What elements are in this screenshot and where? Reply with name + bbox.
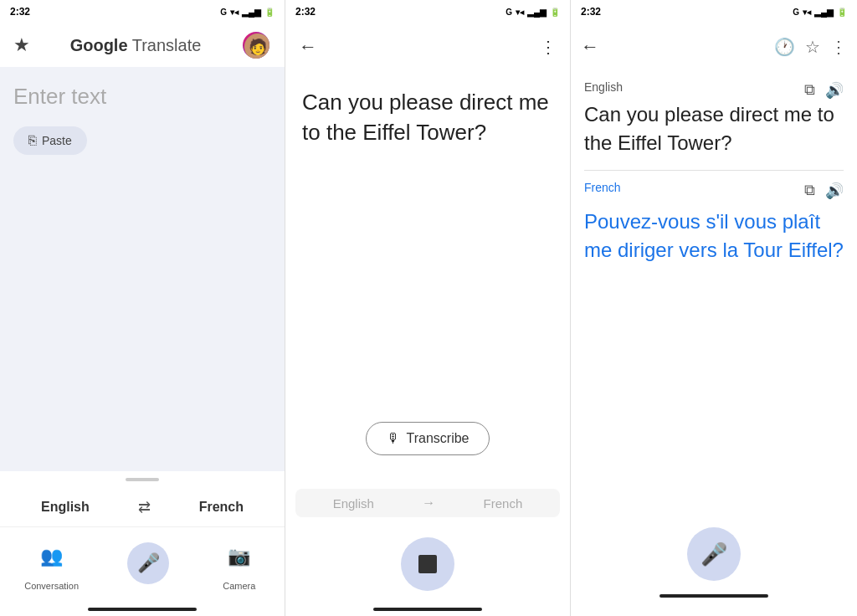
- drag-handle: [126, 478, 159, 481]
- source-action-buttons: ⧉ 🔊: [804, 81, 844, 100]
- back-button-2[interactable]: ←: [299, 36, 317, 58]
- more-options-button-2[interactable]: ⋮: [540, 37, 557, 57]
- wifi-icon-3: ▾◂: [803, 8, 811, 17]
- panel-transcribe: 2:32 G ▾◂ ▂▄▆ 🔋 ← ⋮ Can you please direc…: [285, 0, 571, 616]
- panel2-topbar: ← ⋮: [285, 23, 570, 70]
- signal-icon-2: ▂▄▆: [527, 8, 547, 17]
- status-icons-3: G ▾◂ ▂▄▆ 🔋: [793, 8, 847, 17]
- app-header: ★ Google Translate 🧑: [0, 23, 285, 67]
- paste-icon: ⎘: [28, 133, 37, 148]
- history-icon[interactable]: 🕐: [774, 37, 795, 57]
- translated-text: Pouvez-vous s'il vous plaît me diriger v…: [571, 201, 857, 277]
- target-lang-label: French: [584, 181, 621, 194]
- status-time-3: 2:32: [581, 6, 601, 18]
- wifi-icon-2: ▾◂: [516, 8, 524, 17]
- panel2-source-lang[interactable]: English: [333, 496, 374, 511]
- stop-icon: [418, 555, 437, 573]
- transcript-text: Can you please direct me to the Eiffel T…: [302, 87, 553, 148]
- status-icons-1: G ▾◂ ▂▄▆ 🔋: [220, 8, 275, 17]
- status-bar-2: 2:32 G ▾◂ ▂▄▆ 🔋: [285, 0, 570, 23]
- stop-recording-button[interactable]: [401, 537, 454, 591]
- transcribe-mic-icon: 🎙: [387, 431, 400, 446]
- speak-source-icon[interactable]: 🔊: [825, 81, 844, 100]
- target-language-button[interactable]: French: [192, 496, 250, 518]
- avatar-image: 🧑: [244, 33, 271, 60]
- camera-icon: 📷: [218, 536, 260, 578]
- status-bar-3: 2:32 G ▾◂ ▂▄▆ 🔋: [571, 0, 857, 23]
- panel3-action-icons: 🕐 ☆ ⋮: [774, 37, 847, 57]
- transcribe-button[interactable]: 🎙 Transcribe: [366, 422, 490, 455]
- google-icon-2: G: [505, 8, 512, 17]
- favorites-icon[interactable]: ★: [13, 34, 30, 56]
- panel2-target-lang[interactable]: French: [484, 496, 523, 511]
- status-time-1: 2:32: [10, 6, 30, 18]
- transcription-content: Can you please direct me to the Eiffel T…: [285, 70, 570, 489]
- copy-source-icon[interactable]: ⧉: [804, 81, 815, 100]
- source-lang-controls: English ⧉ 🔊: [584, 80, 844, 100]
- conversation-icon: 👥: [31, 536, 73, 578]
- text-input-area[interactable]: Enter text ⎘ Paste: [0, 67, 285, 471]
- status-icons-2: G ▾◂ ▂▄▆ 🔋: [505, 8, 560, 17]
- google-icon: G: [220, 8, 227, 17]
- source-translated-text: Can you please direct me to the Eiffel T…: [584, 100, 844, 157]
- microphone-button-3[interactable]: 🎤: [687, 527, 741, 581]
- panel-translation: 2:32 G ▾◂ ▂▄▆ 🔋 ← 🕐 ☆ ⋮ English ⧉ 🔊 Can …: [571, 0, 857, 616]
- avatar[interactable]: 🧑: [241, 30, 271, 60]
- transcribe-button-wrap: 🎙 Transcribe: [366, 422, 490, 455]
- panel1-bottom: English ⇄ French 👥 Conversation 🎤 📷 Came…: [0, 471, 285, 616]
- section-divider: [584, 170, 844, 171]
- status-time-2: 2:32: [295, 6, 316, 18]
- nav-item-conversation[interactable]: 👥 Conversation: [24, 536, 79, 591]
- swap-languages-icon[interactable]: ⇄: [138, 498, 151, 516]
- source-section: English ⧉ 🔊 Can you please direct me to …: [571, 70, 857, 160]
- signal-icon-3: ▂▄▆: [814, 8, 834, 17]
- nav-item-microphone[interactable]: 🎤: [127, 542, 169, 584]
- app-title: Google Translate: [70, 36, 202, 55]
- paste-label: Paste: [42, 134, 72, 147]
- transcribe-label: Transcribe: [407, 431, 470, 446]
- conversation-label: Conversation: [24, 581, 79, 591]
- panel2-language-bar: English → French: [295, 489, 560, 517]
- battery-icon-3: 🔋: [837, 8, 847, 17]
- home-indicator-1: [88, 608, 197, 611]
- nav-item-camera[interactable]: 📷 Camera: [218, 536, 260, 591]
- copy-target-icon[interactable]: ⧉: [804, 182, 815, 200]
- battery-icon-2: 🔋: [550, 8, 560, 17]
- enter-text-placeholder[interactable]: Enter text: [13, 84, 271, 110]
- paste-button[interactable]: ⎘ Paste: [13, 126, 87, 155]
- speak-target-icon[interactable]: 🔊: [825, 182, 844, 200]
- back-button-3[interactable]: ←: [581, 36, 599, 58]
- target-section: French ⧉ 🔊: [571, 181, 857, 201]
- panel3-bottom: 🎤: [571, 277, 857, 616]
- google-icon-3: G: [793, 8, 799, 17]
- bottom-navigation: 👥 Conversation 🎤 📷 Camera: [0, 527, 285, 604]
- language-selector: English ⇄ French: [0, 488, 285, 527]
- more-options-icon[interactable]: ⋮: [830, 37, 847, 57]
- target-action-buttons: ⧉ 🔊: [804, 182, 844, 200]
- panel-home: 2:32 G ▾◂ ▂▄▆ 🔋 ★ Google Translate 🧑 Ent…: [0, 0, 285, 616]
- home-indicator-2: [373, 608, 482, 611]
- microphone-icon: 🎤: [127, 542, 169, 584]
- wifi-icon: ▾◂: [230, 8, 239, 17]
- source-lang-label: English: [584, 80, 623, 94]
- signal-icon: ▂▄▆: [242, 8, 261, 17]
- arrow-icon: →: [422, 495, 435, 511]
- camera-label: Camera: [223, 581, 255, 591]
- home-indicator-3: [659, 594, 768, 598]
- record-area: [285, 527, 570, 604]
- source-language-button[interactable]: English: [34, 496, 96, 518]
- target-lang-controls: French ⧉ 🔊: [584, 181, 844, 201]
- status-bar-1: 2:32 G ▾◂ ▂▄▆ 🔋: [0, 0, 285, 23]
- panel3-topbar: ← 🕐 ☆ ⋮: [571, 23, 857, 70]
- star-icon[interactable]: ☆: [805, 37, 820, 57]
- battery-icon: 🔋: [264, 8, 275, 17]
